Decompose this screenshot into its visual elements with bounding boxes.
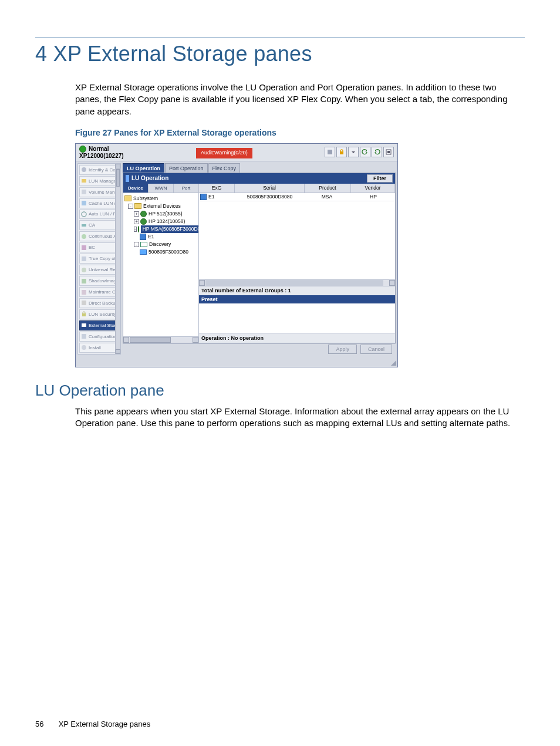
scroll-left-icon[interactable] [199,280,205,286]
svg-rect-18 [82,323,86,327]
group-icon [140,234,146,240]
nav-item-bc[interactable]: BC [79,242,119,252]
nav-item-lun-manager[interactable]: LUN Manager [79,176,119,186]
col-product[interactable]: Product [305,184,351,193]
group-icon [200,194,207,200]
resize-grip-icon[interactable] [391,360,396,366]
svg-point-10 [82,234,86,239]
tab-port-operation[interactable]: Port Operation [165,163,208,173]
nav-item-configuration[interactable]: Configuration… [79,332,119,342]
scroll-left-icon[interactable] [123,337,129,343]
page-footer: 56 XP External Storage panes [35,720,150,728]
tab-flex-copy[interactable]: Flex Copy [208,163,241,173]
total-groups-label: Total number of External Groups : 1 [199,286,395,295]
window-header: Normal XP12000(10227) Audit:Warning(0/20… [76,144,397,161]
col-vendor[interactable]: Vendor [351,184,395,193]
cancel-button[interactable]: Cancel [360,345,392,354]
expand-icon[interactable]: + [134,211,139,217]
collapse-icon[interactable]: - [128,204,133,209]
tab-lu-operation[interactable]: LU Operation [123,163,164,173]
table-hscrollbar[interactable] [199,279,395,286]
nav-item-install[interactable]: Install [79,343,119,353]
section-title: LU Operation pane [35,382,525,400]
svg-point-4 [82,167,86,172]
nav-item-identity[interactable]: Identity & Conf… [79,165,119,175]
nav-item-direct-backup[interactable]: Direct Backup… [79,298,119,308]
toolbar-refresh-next-icon[interactable] [372,147,382,157]
svg-rect-15 [82,290,86,295]
svg-rect-9 [82,224,86,227]
folder-icon [124,195,131,201]
detail-column: ExG Serial Product Vendor E1 500805F3000… [199,184,395,343]
collapse-icon[interactable]: - [134,242,139,247]
table-empty-area [199,201,395,279]
toolbar-refresh-prev-icon[interactable] [360,147,370,157]
discovery-icon [140,242,147,247]
status-label: Normal [89,146,109,153]
svg-rect-14 [82,279,86,283]
tree-tab-wwn[interactable]: WWN [149,184,174,193]
col-exg[interactable]: ExG [199,184,235,193]
device-icon [140,211,147,217]
expand-icon[interactable]: + [134,219,139,224]
tree-tab-device[interactable]: Device [123,184,149,193]
content-column: LU Operation Port Operation Flex Copy LU… [123,163,396,355]
table-header: ExG Serial Product Vendor [199,184,395,193]
preset-body [199,303,395,333]
scroll-right-icon[interactable] [193,337,198,343]
tree-tab-port[interactable]: Port [174,184,198,193]
port-icon [140,249,147,255]
toolbar-options-icon[interactable] [383,147,394,157]
nav-item-continuous[interactable]: Continuous A… [79,231,119,241]
intro-paragraph: XP External Storage operations involve t… [75,82,525,117]
svg-point-8 [82,212,86,217]
col-serial[interactable]: Serial [235,184,305,193]
device-tree[interactable]: Subsystem -External Devices +HP 512(3005… [123,193,198,336]
toolbar-dropdown-icon[interactable] [348,147,359,157]
tree-selected-node[interactable]: HP MSA(500805F3000D8 [141,225,198,233]
svg-rect-16 [82,301,86,305]
svg-rect-17 [82,313,86,316]
device-label: XP12000(10227) [79,153,124,160]
scroll-right-icon[interactable] [389,280,395,286]
nav-item-lun-security[interactable]: LUN Security… [79,309,119,319]
svg-rect-6 [82,190,86,194]
scroll-down-icon[interactable] [116,349,120,354]
filter-button[interactable]: Filter [367,174,393,183]
nav-item-cache-lun[interactable]: Cache LUN /… [79,198,119,208]
nav-item-auto-lun[interactable]: Auto LUN / Pe… [79,210,119,220]
svg-rect-3 [387,151,390,153]
tree-column: Device WWN Port Subsystem -External Devi… [123,184,199,343]
nav-item-ca[interactable]: CA [79,220,119,230]
header-stripe-icon [126,175,129,182]
nav-item-mainframe[interactable]: Mainframe Co… [79,287,119,297]
scroll-up-icon[interactable] [116,164,120,168]
nav-item-volume-manager[interactable]: Volume Mana… [79,187,119,197]
scroll-thumb[interactable] [130,337,171,343]
audit-badge: Audit:Warning(0/20) [196,148,252,158]
action-footer: Apply Cancel [123,343,396,355]
apply-button[interactable]: Apply [328,345,357,354]
toolbar-button-1[interactable] [325,147,335,157]
nav-item-truecopy[interactable]: True Copy of D… [79,254,119,264]
figure-caption: Figure 27 Panes for XP External Storage … [75,128,525,137]
tree-hscrollbar[interactable] [123,336,198,343]
footer-label: XP External Storage panes [59,720,151,728]
operation-status: Operation : No operation [199,333,395,343]
page-number: 56 [35,720,56,728]
chapter-title: 4 XP External Storage panes [35,42,525,66]
svg-point-20 [82,345,86,350]
collapse-icon[interactable]: - [134,227,137,232]
toolbar-lock-icon[interactable] [336,147,347,157]
table-row[interactable]: E1 500805F3000D8080 MSA HP [199,193,395,201]
nav-scrollbar[interactable] [115,164,120,354]
preset-header: Preset [199,295,395,303]
scroll-thumb[interactable] [205,280,383,286]
scroll-thumb[interactable] [116,169,120,187]
nav-item-external-storage[interactable]: External Stora… [79,320,119,330]
nav-item-universal-rep[interactable]: Universal Rep… [79,265,119,275]
panel-header: LU Operation Filter [123,173,395,184]
svg-rect-1 [340,151,343,154]
nav-item-shadowimage[interactable]: ShadowImag… [79,276,119,286]
left-nav: Identity & Conf… LUN Manager Volume Mana… [77,163,121,355]
